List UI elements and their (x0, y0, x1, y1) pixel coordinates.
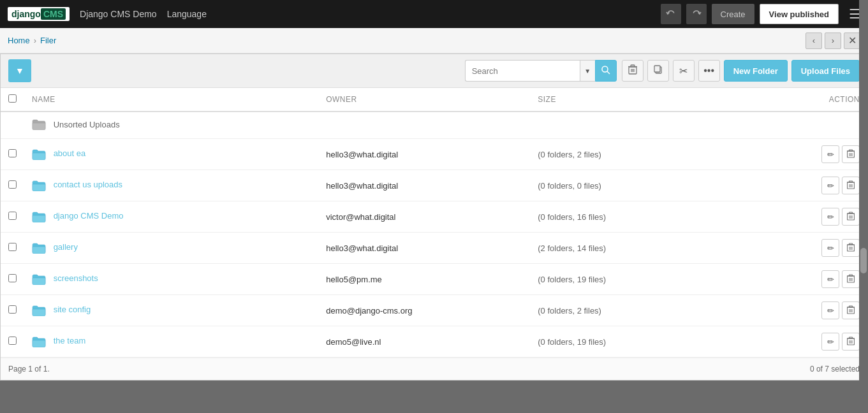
row-check-cell[interactable] (1, 295, 24, 326)
language-label[interactable]: Language (167, 9, 207, 19)
more-actions-button[interactable]: ••• (698, 60, 720, 82)
row-delete-button[interactable] (842, 270, 860, 288)
ellipsis-icon: ••• (703, 65, 714, 76)
breadcrumb-home[interactable]: Home (8, 36, 30, 45)
row-size-cell: (0 folders, 2 files) (530, 139, 740, 170)
row-owner: hello3@what.digital (326, 243, 398, 253)
folder-icon (32, 242, 46, 254)
chevron-right-icon: › (832, 36, 834, 45)
row-edit-button[interactable]: ✏ (821, 270, 839, 288)
trash-icon (847, 337, 855, 347)
search-dropdown-arrow-icon: ▼ (584, 68, 591, 75)
row-actions: ✏ (748, 177, 860, 194)
row-check-cell[interactable] (1, 233, 24, 264)
row-edit-button[interactable]: ✏ (821, 301, 839, 319)
row-size-cell: (0 folders, 16 files) (530, 201, 740, 233)
search-submit-button[interactable] (595, 60, 617, 82)
row-delete-button[interactable] (842, 333, 860, 351)
row-edit-button[interactable]: ✏ (821, 145, 839, 163)
folder-dropdown-button[interactable]: ▼ (8, 59, 31, 82)
row-delete-button[interactable] (842, 301, 860, 319)
trash-icon (847, 149, 855, 160)
row-owner-cell: demo5@live.nl (318, 326, 530, 358)
folder-icon (32, 119, 46, 132)
row-check-cell[interactable] (1, 326, 24, 358)
trash-icon (847, 305, 855, 316)
row-checkbox[interactable] (8, 212, 17, 220)
breadcrumb-bar: Home › Filer ‹ › ✕ (0, 28, 868, 54)
row-action-cell (740, 112, 867, 139)
row-edit-button[interactable]: ✏ (821, 208, 839, 226)
folder-link[interactable]: site config (54, 305, 91, 314)
search-dropdown-button[interactable]: ▼ (580, 60, 595, 82)
search-input[interactable] (465, 60, 580, 82)
row-checkbox[interactable] (8, 337, 17, 345)
trash-icon (847, 274, 855, 285)
nav-prev-button[interactable]: ‹ (805, 33, 822, 49)
view-published-button[interactable]: View published (760, 4, 839, 24)
row-name-cell: site config (24, 295, 318, 326)
folder-link[interactable]: contact us uploads (54, 180, 122, 189)
row-actions: ✏ (748, 333, 860, 351)
folder-link[interactable]: screenshots (54, 273, 98, 283)
logo: django CMS (8, 7, 70, 21)
row-edit-button[interactable]: ✏ (821, 239, 839, 257)
scrollbar-thumb[interactable] (860, 248, 867, 273)
search-icon (601, 65, 611, 77)
row-delete-button[interactable] (842, 177, 860, 194)
folder-link[interactable]: about ea (54, 149, 86, 158)
breadcrumb-nav: ‹ › ✕ (805, 33, 860, 49)
row-action-cell: ✏ (740, 233, 867, 264)
row-size-cell: (0 folders, 0 files) (530, 170, 740, 201)
row-delete-button[interactable] (842, 145, 860, 163)
pencil-icon: ✏ (827, 212, 834, 222)
row-edit-button[interactable]: ✏ (821, 333, 839, 351)
breadcrumb-current: Filer (40, 36, 56, 45)
folder-link[interactable]: django CMS Demo (54, 211, 124, 221)
row-check-cell[interactable] (1, 201, 24, 233)
nav-next-button[interactable]: › (825, 33, 841, 49)
redo-button[interactable] (686, 4, 707, 24)
row-checkbox[interactable] (8, 274, 17, 282)
selection-info: 0 of 7 selected (810, 365, 860, 373)
folder-dropdown-icon: ▼ (15, 66, 24, 76)
svg-rect-18 (850, 181, 853, 182)
row-delete-button[interactable] (842, 208, 860, 226)
row-actions: ✏ (748, 208, 860, 226)
row-size: (2 folders, 14 files) (538, 243, 606, 253)
trash-icon (628, 64, 637, 77)
row-check-cell[interactable] (1, 264, 24, 295)
upload-files-button[interactable]: Upload Files (791, 60, 860, 82)
create-button[interactable]: Create (712, 4, 754, 24)
row-checkbox[interactable] (8, 243, 17, 251)
new-folder-button[interactable]: New Folder (724, 60, 788, 82)
row-delete-button[interactable] (842, 239, 860, 257)
svg-rect-36 (850, 275, 853, 276)
select-all-checkbox[interactable] (8, 94, 17, 103)
row-size: (0 folders, 19 files) (538, 275, 606, 284)
row-checkbox[interactable] (8, 180, 17, 189)
row-name-cell: django CMS Demo (24, 201, 318, 233)
folder-link[interactable]: gallery (54, 242, 78, 252)
folder-link[interactable]: the team (54, 336, 86, 345)
close-panel-button[interactable]: ✕ (844, 33, 860, 49)
row-edit-button[interactable]: ✏ (821, 177, 839, 194)
right-sidebar (859, 0, 868, 380)
search-wrapper: ▼ (465, 60, 617, 82)
undo-button[interactable] (661, 4, 681, 24)
delete-button[interactable] (622, 60, 644, 82)
pencil-icon: ✏ (827, 275, 834, 284)
copy-button[interactable] (647, 60, 669, 82)
row-check-cell[interactable] (1, 139, 24, 170)
copy-icon (653, 64, 663, 77)
row-owner-cell: hello3@what.digital (318, 139, 530, 170)
svg-rect-30 (850, 243, 853, 245)
row-size: (0 folders, 0 files) (538, 181, 601, 191)
row-checkbox[interactable] (8, 305, 17, 314)
row-size-cell: (0 folders, 19 files) (530, 264, 740, 295)
row-owner-cell: victor@what.digital (318, 201, 530, 233)
row-checkbox[interactable] (8, 149, 17, 157)
row-action-cell: ✏ (740, 170, 867, 201)
row-check-cell[interactable] (1, 170, 24, 201)
cut-button[interactable]: ✂ (673, 60, 695, 82)
